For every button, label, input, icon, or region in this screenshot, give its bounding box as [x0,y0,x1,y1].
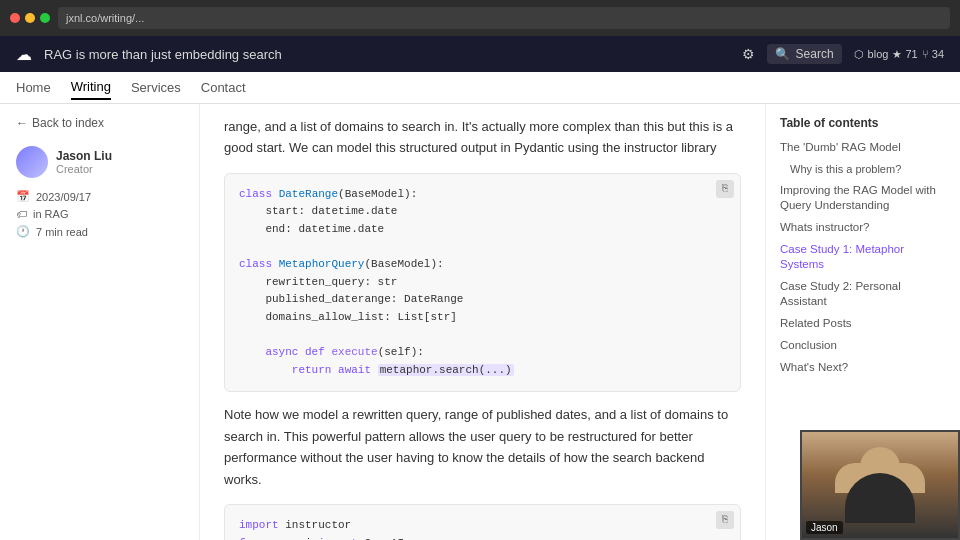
metadata-date-row: 📅 2023/09/17 [16,190,183,203]
subnav-services[interactable]: Services [131,76,181,99]
article-paragraph-2: Note how we model a rewritten query, ran… [224,404,741,490]
minimize-button[interactable] [25,13,35,23]
site-title: RAG is more than just embedding search [44,47,730,62]
clock-icon: 🕐 [16,225,30,238]
code-line: class DateRange(BaseModel): [239,186,726,204]
metadata-date: 2023/09/17 [36,191,91,203]
traffic-lights [10,13,50,23]
github-link[interactable]: ⬡ blog ★ 71 ⑂ 34 [854,48,944,61]
maximize-button[interactable] [40,13,50,23]
author-info: Jason Liu Creator [56,149,112,175]
code-line: end: datetime.date [239,221,726,239]
code-line: import instructor [239,517,726,535]
metadata-section: 📅 2023/09/17 🏷 in RAG 🕐 7 min read [16,190,183,238]
code-line: class MetaphorQuery(BaseModel): [239,256,726,274]
left-sidebar: ← Back to index Jason Liu Creator 📅 2023… [0,104,200,540]
author-role: Creator [56,163,112,175]
close-button[interactable] [10,13,20,23]
toc-item-conclusion[interactable]: Conclusion [780,338,946,353]
code-copy-button-1[interactable]: ⎘ [716,180,734,198]
metadata-tag-row: 🏷 in RAG [16,208,183,220]
sub-nav: Home Writing Services Contact [0,72,960,104]
tag-icon: 🏷 [16,208,27,220]
article-main: range, and a list of domains to search i… [200,104,765,540]
toc-item-whats-next[interactable]: What's Next? [780,360,946,375]
code-line: published_daterange: DateRange [239,291,726,309]
code-copy-button-2[interactable]: ⎘ [716,511,734,529]
code-line [239,327,726,345]
calendar-icon: 📅 [16,190,30,203]
github-blog-label: blog [868,48,889,60]
search-icon: 🔍 [775,47,790,61]
github-icon: ⬡ [854,48,864,61]
subnav-writing[interactable]: Writing [71,75,111,100]
logo-icon: ☁ [16,45,32,64]
toc-item-case-study-1[interactable]: Case Study 1: Metaphor Systems [780,242,946,272]
toc-item-instructor[interactable]: Whats instructor? [780,220,946,235]
toc-item-case-study-2[interactable]: Case Study 2: Personal Assistant [780,279,946,309]
search-label: Search [796,47,834,61]
code-block-2-inner: import instructor from openai import Ope… [225,505,740,540]
metadata-readtime: 7 min read [36,226,88,238]
settings-icon[interactable]: ⚙ [742,46,755,62]
code-line: from openai import OpenAI [239,535,726,540]
code-line: start: datetime.date [239,203,726,221]
video-overlay: Jason [800,430,960,540]
code-block-2: import instructor from openai import Ope… [224,504,741,540]
back-link-label: Back to index [32,116,104,130]
github-stars: ★ 71 [892,48,917,61]
back-arrow-icon: ← [16,116,28,130]
code-block-1-inner: class DateRange(BaseModel): start: datet… [225,174,740,392]
code-line: rewritten_query: str [239,274,726,292]
code-line: domains_allow_list: List[str] [239,309,726,327]
browser-chrome: jxnl.co/writing/... [0,0,960,36]
toc-item-related[interactable]: Related Posts [780,316,946,331]
search-bar[interactable]: 🔍 Search [767,44,842,64]
subnav-home[interactable]: Home [16,76,51,99]
toc-item-dumb-rag[interactable]: The 'Dumb' RAG Model [780,140,946,155]
nav-icons: ⚙ 🔍 Search ⬡ blog ★ 71 ⑂ 34 [742,44,944,64]
code-line: return await metaphor.search(...) [239,362,726,380]
author-section: Jason Liu Creator [16,146,183,178]
avatar [16,146,48,178]
top-nav: ☁ RAG is more than just embedding search… [0,36,960,72]
toc-item-improving[interactable]: Improving the RAG Model with Query Under… [780,183,946,213]
subnav-contact[interactable]: Contact [201,76,246,99]
metadata-readtime-row: 🕐 7 min read [16,225,183,238]
toc-title: Table of contents [780,116,946,130]
article-paragraph-1: range, and a list of domains to search i… [224,116,741,159]
author-name: Jason Liu [56,149,112,163]
video-name-tag: Jason [806,521,843,534]
address-bar[interactable]: jxnl.co/writing/... [58,7,950,29]
toc-item-problem[interactable]: Why is this a problem? [780,162,946,176]
code-block-1: class DateRange(BaseModel): start: datet… [224,173,741,393]
github-forks: ⑂ 34 [922,48,944,60]
metadata-tag: in RAG [33,208,68,220]
code-line: async def execute(self): [239,344,726,362]
back-to-index-link[interactable]: ← Back to index [16,116,183,130]
code-line [239,239,726,257]
address-text: jxnl.co/writing/... [66,12,144,24]
